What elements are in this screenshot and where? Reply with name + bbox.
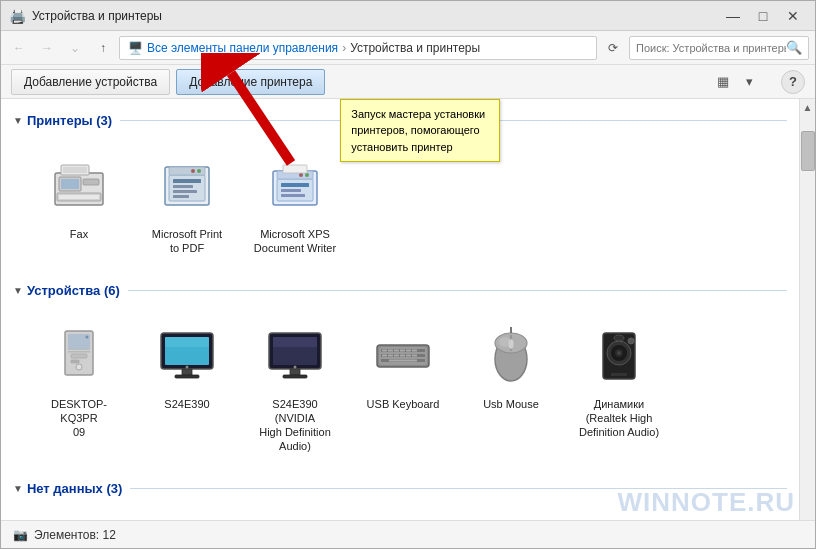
breadcrumb-part2: Устройства и принтеры	[350, 41, 480, 55]
search-box: 🔍	[629, 36, 809, 60]
svg-rect-57	[394, 349, 399, 351]
device-item-ms-pdf[interactable]: Microsoft Printto PDF	[137, 140, 237, 265]
svg-rect-34	[71, 360, 79, 363]
maximize-button[interactable]: □	[749, 2, 777, 30]
devices-section-header[interactable]: ▼ Устройства (6)	[13, 277, 787, 302]
add-device-button[interactable]: Добавление устройства	[11, 69, 170, 95]
printers-section-title: Принтеры (3)	[27, 113, 112, 128]
devices-divider	[128, 290, 787, 291]
svg-rect-5	[83, 179, 99, 185]
scrollbar-thumb[interactable]	[801, 131, 815, 171]
svg-rect-7	[59, 195, 99, 199]
svg-rect-17	[173, 195, 189, 198]
ms-xps-icon	[259, 149, 331, 221]
add-printer-button[interactable]: Добавление принтера	[176, 69, 325, 95]
device-item-ms-xps[interactable]: Microsoft XPSDocument Writer	[245, 140, 345, 265]
back-button[interactable]: ←	[7, 36, 31, 60]
title-bar: 🖨️ Устройства и принтеры — □ ✕	[1, 1, 815, 31]
main-panel: ▼ Принтеры (3)	[1, 99, 799, 520]
device-item-usb-keyboard[interactable]: USB Keyboard	[353, 310, 453, 463]
svg-point-28	[299, 173, 303, 177]
device-item-speakers[interactable]: Динамики(Realtek HighDefinition Audio)	[569, 310, 669, 463]
ms-pdf-icon	[151, 149, 223, 221]
svg-point-81	[628, 338, 634, 344]
printers-chevron: ▼	[13, 115, 23, 126]
device-item-s24e390-1[interactable]: S24E390	[137, 310, 237, 463]
status-camera-icon: 📷	[13, 528, 28, 542]
svg-rect-25	[281, 194, 305, 197]
svg-point-20	[191, 169, 195, 173]
devices-grid: DESKTOP-KQ3PR09	[13, 302, 787, 471]
device-item-usb-mouse[interactable]: Usb Mouse	[461, 310, 561, 463]
up-button[interactable]: ↑	[91, 36, 115, 60]
svg-rect-16	[173, 190, 197, 193]
search-input[interactable]	[636, 42, 786, 54]
svg-rect-48	[283, 375, 307, 378]
svg-rect-61	[382, 354, 387, 356]
help-button[interactable]: ?	[781, 70, 805, 94]
device-item-desktop[interactable]: DESKTOP-KQ3PR09	[29, 310, 129, 463]
svg-rect-47	[290, 369, 300, 375]
svg-rect-24	[281, 189, 301, 192]
svg-rect-23	[281, 183, 309, 187]
s24e390-1-icon	[151, 319, 223, 391]
svg-point-37	[86, 335, 89, 338]
device-item-s24e390-2[interactable]: S24E390 (NVIDIAHigh DefinitionAudio)	[245, 310, 345, 463]
tooltip-box: Запуск мастера установки принтеров, помо…	[340, 99, 500, 163]
svg-rect-4	[61, 179, 79, 189]
s24e390-2-label: S24E390 (NVIDIAHigh DefinitionAudio)	[252, 397, 338, 454]
svg-rect-59	[406, 349, 411, 351]
usb-keyboard-icon	[367, 319, 439, 391]
speakers-label: Динамики(Realtek HighDefinition Audio)	[579, 397, 659, 440]
address-bar: ← → ⌄ ↑ 🖥️ Все элементы панели управлени…	[1, 31, 815, 65]
breadcrumb-path: 🖥️ Все элементы панели управления › Устр…	[119, 36, 597, 60]
s24e390-1-label: S24E390	[164, 397, 209, 411]
svg-rect-35	[68, 351, 90, 353]
fax-icon	[43, 149, 115, 221]
svg-rect-14	[173, 179, 201, 183]
svg-rect-58	[400, 349, 405, 351]
svg-rect-56	[388, 349, 393, 351]
usb-keyboard-label: USB Keyboard	[367, 397, 440, 411]
view-buttons: ▦ ▾	[711, 70, 761, 94]
svg-rect-33	[71, 354, 87, 358]
svg-rect-60	[412, 349, 417, 351]
breadcrumb-separator: ›	[342, 41, 346, 55]
no-data-section-header[interactable]: ▼ Нет данных (3)	[13, 475, 787, 500]
fax-label: Fax	[70, 227, 88, 241]
svg-rect-46	[273, 337, 317, 347]
no-data-chevron: ▼	[13, 483, 23, 494]
add-printer-container: Добавление принтера Запуск мастера устан…	[176, 69, 325, 95]
svg-rect-66	[412, 354, 417, 356]
view-dropdown-button[interactable]: ▾	[737, 70, 761, 94]
close-button[interactable]: ✕	[779, 2, 807, 30]
refresh-button[interactable]: ⟳	[601, 36, 625, 60]
svg-point-79	[614, 335, 624, 341]
scroll-up-arrow[interactable]: ▲	[800, 99, 816, 115]
devices-chevron: ▼	[13, 285, 23, 296]
forward-button[interactable]: →	[35, 36, 59, 60]
device-item-fax[interactable]: Fax	[29, 140, 129, 265]
svg-point-78	[617, 351, 621, 355]
ms-xps-label: Microsoft XPSDocument Writer	[254, 227, 336, 256]
status-items-count: Элементов: 12	[34, 528, 116, 542]
svg-point-32	[76, 364, 82, 370]
no-data-divider	[130, 488, 787, 489]
speakers-icon	[583, 319, 655, 391]
svg-rect-62	[388, 354, 393, 356]
scrollbar-right[interactable]: ▲	[799, 99, 815, 520]
title-bar-text: Устройства и принтеры	[32, 9, 719, 23]
svg-point-19	[197, 169, 201, 173]
svg-rect-64	[400, 354, 405, 356]
content-area: ▼ Принтеры (3)	[1, 99, 815, 520]
breadcrumb-home-icon: 🖥️	[128, 41, 143, 55]
svg-rect-63	[394, 354, 399, 356]
svg-rect-65	[406, 354, 411, 356]
search-icon[interactable]: 🔍	[786, 40, 802, 55]
minimize-button[interactable]: —	[719, 2, 747, 30]
ms-pdf-label: Microsoft Printto PDF	[152, 227, 222, 256]
breadcrumb-part1[interactable]: Все элементы панели управления	[147, 41, 338, 55]
devices-section-title: Устройства (6)	[27, 283, 120, 298]
view-options-button[interactable]: ▦	[711, 70, 735, 94]
down-arrow-button[interactable]: ⌄	[63, 36, 87, 60]
